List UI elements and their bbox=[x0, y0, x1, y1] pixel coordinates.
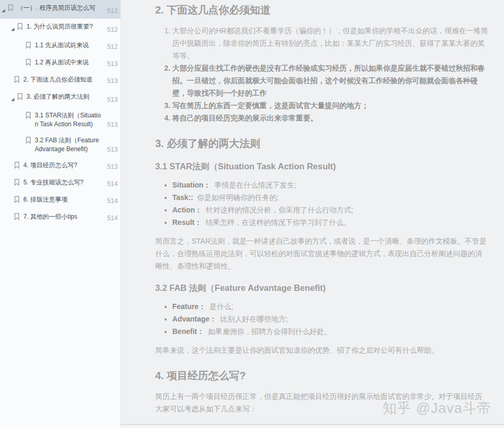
bookmark-item[interactable]: （一）. 程序员简历该怎么写 512 bbox=[0, 0, 120, 19]
bookmark-icon bbox=[25, 137, 32, 146]
bookmark-icon bbox=[14, 196, 20, 205]
bookmark-label: 7. 其他的一些小tips bbox=[23, 212, 102, 221]
bookmark-label: 3.2 FAB 法则（Feature Advantage Benefit) bbox=[35, 136, 102, 154]
bookmark-label: 4. 项目经历怎么写? bbox=[23, 161, 102, 170]
bookmark-label: 1.1 先从面试前来说 bbox=[35, 41, 102, 50]
bookmark-item[interactable]: 7. 其他的一些小tips 514 bbox=[0, 209, 120, 226]
must-know-list: 大部分公司的HR都说我们不看重学历（骗你的！），但是如果你的学校不出众的话，很难… bbox=[155, 24, 488, 124]
bookmark-icon bbox=[14, 179, 20, 188]
bookmark-icon bbox=[8, 4, 14, 14]
list-item: Task::你是如何明确你的任务的; bbox=[172, 191, 488, 204]
bookmark-page-number: 514 bbox=[104, 180, 118, 188]
bookmark-page-number: 513 bbox=[104, 163, 118, 171]
bookmark-item[interactable]: 1.1 先从面试前来说 512 bbox=[0, 37, 120, 55]
document-viewport: 2. 下面这几点你必须知道 大部分公司的HR都说我们不看重学历（骗你的！），但是… bbox=[121, 0, 504, 428]
expand-triangle-icon[interactable] bbox=[10, 95, 17, 104]
expand-triangle-icon[interactable] bbox=[10, 24, 17, 34]
bookmark-page-number: 514 bbox=[104, 197, 118, 205]
bookmark-icon bbox=[17, 93, 23, 102]
list-item: 大部分应届生找工作的硬伤是没有工作经验或实习经历，所以如果你是应届生就不要错过秋… bbox=[172, 62, 488, 99]
bookmark-icon bbox=[14, 76, 20, 85]
term-label: Situation： bbox=[172, 181, 211, 189]
list-item: Advantage：比别人好在哪些地方; bbox=[172, 313, 488, 325]
section-3-2-heading: 3.2 FAB 法则（Feature Advantage Benefit) bbox=[155, 283, 488, 294]
list-item: 将自己的项目经历完美的展示出来非常重要。 bbox=[172, 112, 488, 124]
bookmark-label: （一）. 程序员简历该怎么写 bbox=[17, 4, 102, 12]
term-desc: 如果雇佣你，招聘方会得到什么好处。 bbox=[208, 327, 331, 336]
list-item: Situation：事情是在什么情况下发生; bbox=[172, 179, 488, 191]
star-rule-list: Situation：事情是在什么情况下发生; Task::你是如何明确你的任务的… bbox=[155, 179, 488, 229]
expand-triangle-icon[interactable] bbox=[1, 6, 8, 15]
bookmark-label: 5. 专业技能该怎么写? bbox=[23, 178, 102, 187]
list-item: 大部分公司的HR都说我们不看重学历（骗你的！），但是如果你的学校不出众的话，很难… bbox=[172, 24, 488, 62]
bookmark-item[interactable]: 1.2 再从面试中来说 513 bbox=[0, 55, 120, 72]
bookmark-item[interactable]: 3.2 FAB 法则（Feature Advantage Benefit) 51… bbox=[0, 132, 120, 157]
bookmark-page-number: 512 bbox=[104, 43, 118, 51]
bookmark-page-number: 514 bbox=[104, 215, 118, 222]
bookmark-page-number: 513 bbox=[104, 146, 118, 154]
bookmark-icon bbox=[17, 23, 23, 32]
bookmark-page-number: 513 bbox=[104, 60, 118, 68]
section-3-heading: 3. 必须了解的两大法则 bbox=[155, 137, 488, 151]
bookmark-item[interactable]: 1. 为什么说简历很重要? 512 bbox=[0, 19, 120, 37]
list-item: Benefit：如果雇佣你，招聘方会得到什么好处。 bbox=[172, 325, 488, 338]
list-item: Result：结果怎样，在这样的情况下你学习到了什么。 bbox=[172, 216, 488, 229]
term-desc: 你是如何明确你的任务的; bbox=[197, 193, 279, 202]
bookmark-label: 1.2 再从面试中来说 bbox=[35, 58, 102, 67]
list-item: Action：针对这样的情况分析，你采用了什么行动方式; bbox=[172, 204, 488, 216]
term-label: Action： bbox=[172, 206, 202, 214]
bookmark-page-number: 512 bbox=[104, 26, 118, 34]
fab-rule-list: Feature：是什么; Advantage：比别人好在哪些地方; Benefi… bbox=[155, 300, 488, 338]
term-desc: 针对这样的情况分析，你采用了什么行动方式; bbox=[206, 206, 353, 214]
bookmark-icon bbox=[25, 112, 32, 121]
list-item: 对项目整体设计的一个感受 bbox=[172, 421, 488, 425]
fab-rule-summary: 简单来说，这个法则主要是让你的面试官知道你的优势、招了你之后对公司有什么帮助。 bbox=[155, 344, 488, 356]
page-gap bbox=[121, 425, 504, 428]
bookmark-label: 3. 必须了解的两大法则 bbox=[26, 92, 102, 101]
list-item: 写在简历上的东西一定要慎重，这是面试官大量提问的地方； bbox=[172, 99, 488, 112]
term-label: Benefit： bbox=[172, 327, 204, 336]
bookmark-item[interactable]: 4. 项目经历怎么写? 513 bbox=[0, 157, 120, 175]
bookmark-label: 2. 下面这几点你必须知道 bbox=[23, 75, 102, 84]
bookmark-item[interactable]: 5. 专业技能该怎么写? 514 bbox=[0, 175, 120, 192]
bookmark-item[interactable]: 6. 排版注意事项 514 bbox=[0, 192, 120, 209]
bookmark-page-number: 513 bbox=[104, 96, 118, 104]
bookmark-icon bbox=[25, 42, 32, 51]
bookmark-label: 6. 排版注意事项 bbox=[23, 195, 102, 204]
bookmark-item[interactable]: 3. 必须了解的两大法则 513 bbox=[0, 89, 120, 108]
term-label: Feature： bbox=[172, 302, 206, 311]
bookmark-page-number: 513 bbox=[104, 77, 118, 85]
section-3-1-heading: 3.1 STAR法则（Situation Task Action Result) bbox=[155, 161, 488, 172]
section-2-heading: 2. 下面这几点你必须知道 bbox=[155, 3, 488, 17]
term-label: Result： bbox=[172, 218, 202, 226]
list-item: Feature：是什么; bbox=[172, 300, 488, 313]
term-desc: 事情是在什么情况下发生; bbox=[214, 181, 296, 189]
term-label: Advantage： bbox=[172, 315, 217, 323]
bookmark-icon bbox=[25, 59, 32, 68]
bookmarks-panel: （一）. 程序员简历该怎么写 512 1. 为什么说简历很重要? 512 1.1… bbox=[0, 0, 121, 428]
bookmark-label: 1. 为什么说简历很重要? bbox=[26, 22, 102, 31]
bookmark-label: 3.1 STAR法则（Situation Task Action Result) bbox=[35, 111, 102, 129]
zhihu-watermark: 知乎 @Java斗帝 bbox=[383, 399, 492, 418]
bookmark-item[interactable]: 2. 下面这几点你必须知道 513 bbox=[0, 72, 120, 89]
document-page: 2. 下面这几点你必须知道 大部分公司的HR都说我们不看重学历（骗你的！），但是… bbox=[121, 0, 504, 425]
pdf-reader-window: （一）. 程序员简历该怎么写 512 1. 为什么说简历很重要? 512 1.1… bbox=[0, 0, 504, 428]
bookmark-page-number: 513 bbox=[104, 121, 118, 129]
term-desc: 比别人好在哪些地方; bbox=[221, 315, 288, 323]
project-experience-list: 对项目整体设计的一个感受 在这个项目中你负责了什么、做了什么、担任了什么角色 从… bbox=[155, 421, 488, 425]
bookmark-page-number: 512 bbox=[104, 7, 118, 15]
bookmark-icon bbox=[14, 162, 20, 171]
section-4-heading: 4. 项目经历怎么写? bbox=[155, 369, 488, 383]
term-desc: 是什么; bbox=[210, 302, 234, 311]
term-desc: 结果怎样，在这样的情况下你学习到了什么。 bbox=[206, 218, 351, 226]
star-rule-summary: 简而言之，STAR法则，就是一种讲述自己故事的方式，或者说，是一个清晰、条理的作… bbox=[155, 235, 488, 272]
bookmark-icon bbox=[14, 213, 20, 222]
term-label: Task:: bbox=[172, 193, 193, 202]
bookmark-item[interactable]: 3.1 STAR法则（Situation Task Action Result)… bbox=[0, 108, 120, 132]
